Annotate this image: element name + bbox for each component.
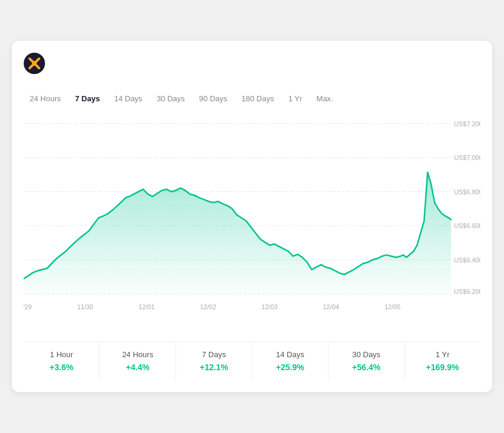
svg-text:US$6.400: US$6.400 (454, 256, 480, 264)
svg-text:US$6.800: US$6.800 (454, 188, 480, 195)
stat-cell-1-hour: 1 Hour+3.6% (24, 342, 100, 380)
svg-point-1 (32, 61, 37, 66)
xt-logo (24, 53, 45, 74)
svg-text:12/05: 12/05 (384, 303, 400, 310)
time-filter-btn-14-days[interactable]: 14 Days (108, 92, 149, 105)
time-filter-btn-30-days[interactable]: 30 Days (150, 92, 191, 105)
time-filter-btn-90-days[interactable]: 90 Days (193, 92, 233, 105)
stat-cell-1-yr: 1 Yr+169.9% (405, 342, 480, 380)
stat-label: 1 Hour (28, 350, 95, 359)
svg-text:11/30: 11/30 (77, 303, 93, 310)
svg-text:12/03: 12/03 (262, 303, 278, 310)
stat-value: +4.4% (105, 363, 171, 372)
widget-header (24, 53, 480, 74)
time-filter-bar: 24 Hours7 Days14 Days30 Days90 Days180 D… (24, 92, 480, 105)
svg-text:US$7.200: US$7.200 (454, 120, 480, 127)
stat-value: +169.9% (409, 363, 476, 372)
stat-value: +12.1% (181, 363, 247, 372)
svg-text:11/29: 11/29 (24, 303, 32, 310)
price-widget: 24 Hours7 Days14 Days30 Days90 Days180 D… (12, 41, 492, 392)
stat-label: 7 Days (181, 350, 247, 359)
stat-cell-24-hours: 24 Hours+4.4% (100, 342, 176, 380)
stat-cell-7-days: 7 Days+12.1% (176, 342, 252, 380)
stat-label: 1 Yr (409, 350, 476, 359)
stat-cell-30-days: 30 Days+56.4% (329, 342, 405, 380)
stat-value: +56.4% (333, 363, 400, 372)
svg-text:12/04: 12/04 (323, 303, 339, 310)
svg-text:US$6.200: US$6.200 (454, 288, 480, 295)
svg-text:12/01: 12/01 (139, 303, 155, 310)
stat-label: 30 Days (333, 350, 400, 359)
time-filter-btn-max.[interactable]: Max. (310, 92, 339, 105)
chart-svg: US$7.200 US$7.000 US$6.800 US$6.600 US$6… (24, 111, 480, 336)
svg-text:12/02: 12/02 (200, 303, 216, 310)
stats-row: 1 Hour+3.6%24 Hours+4.4%7 Days+12.1%14 D… (24, 341, 480, 380)
price-chart: US$7.200 US$7.000 US$6.800 US$6.600 US$6… (24, 111, 480, 336)
stat-value: +3.6% (28, 363, 95, 372)
stat-label: 24 Hours (105, 350, 171, 359)
svg-text:US$6.600: US$6.600 (454, 222, 480, 229)
stat-value: +25.9% (257, 363, 323, 372)
time-filter-btn-7-days[interactable]: 7 Days (69, 92, 106, 105)
stat-label: 14 Days (257, 350, 323, 359)
svg-text:US$7.000: US$7.000 (454, 154, 480, 161)
time-filter-btn-24-hours[interactable]: 24 Hours (24, 92, 67, 105)
stat-cell-14-days: 14 Days+25.9% (252, 342, 329, 380)
time-filter-btn-1-yr[interactable]: 1 Yr (283, 92, 309, 105)
time-filter-btn-180-days[interactable]: 180 Days (236, 92, 280, 105)
